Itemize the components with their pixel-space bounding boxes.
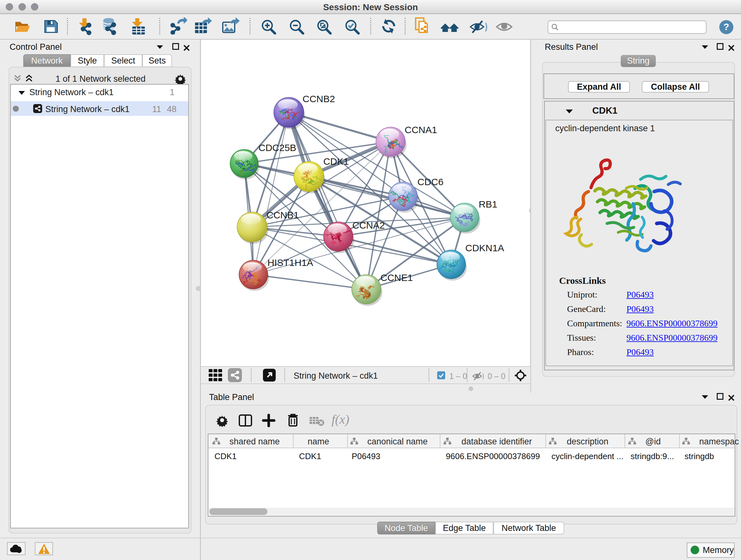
svg-text:CCNE1: CCNE1 <box>381 272 413 283</box>
svg-text:CCNA2: CCNA2 <box>352 220 385 231</box>
svg-text:?: ? <box>724 21 729 32</box>
svg-text:HIST1H1A: HIST1H1A <box>267 257 313 268</box>
svg-text:CCNB2: CCNB2 <box>302 94 335 104</box>
svg-text:CDC25B: CDC25B <box>259 142 296 153</box>
svg-text:CDK1: CDK1 <box>323 156 349 167</box>
svg-text:CDKN1A: CDKN1A <box>465 243 504 253</box>
svg-text:CDC6: CDC6 <box>417 177 444 187</box>
svg-text:CCNA1: CCNA1 <box>405 125 437 135</box>
svg-text:CCNB1: CCNB1 <box>266 210 299 220</box>
svg-text:RB1: RB1 <box>479 199 497 209</box>
